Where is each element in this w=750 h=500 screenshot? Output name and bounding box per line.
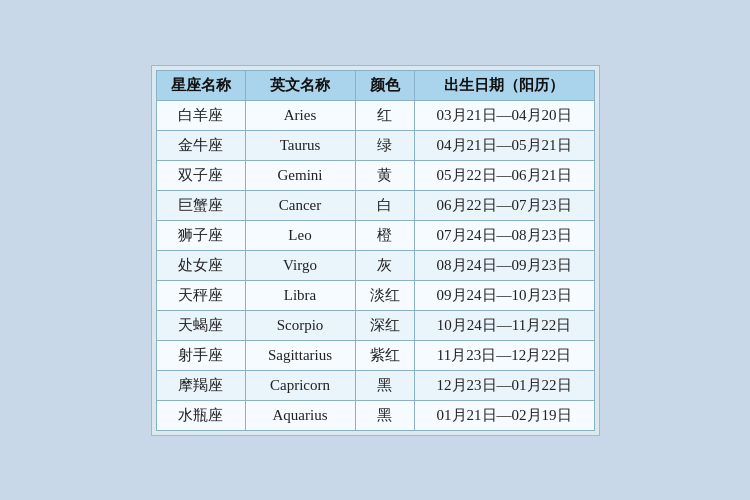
cell-zh: 双子座 — [156, 160, 245, 190]
header-zh: 星座名称 — [156, 70, 245, 100]
cell-color: 黑 — [355, 400, 414, 430]
cell-en: Scorpio — [245, 310, 355, 340]
table-row: 摩羯座Capricorn黑12月23日—01月22日 — [156, 370, 594, 400]
header-date: 出生日期（阳历） — [414, 70, 594, 100]
cell-zh: 金牛座 — [156, 130, 245, 160]
zodiac-table: 星座名称 英文名称 颜色 出生日期（阳历） 白羊座Aries红03月21日—04… — [156, 70, 595, 431]
cell-date: 04月21日—05月21日 — [414, 130, 594, 160]
cell-zh: 天秤座 — [156, 280, 245, 310]
cell-zh: 巨蟹座 — [156, 190, 245, 220]
cell-en: Gemini — [245, 160, 355, 190]
cell-zh: 水瓶座 — [156, 400, 245, 430]
table-row: 射手座Sagittarius紫红11月23日—12月22日 — [156, 340, 594, 370]
cell-color: 黑 — [355, 370, 414, 400]
cell-color: 橙 — [355, 220, 414, 250]
cell-date: 01月21日—02月19日 — [414, 400, 594, 430]
cell-zh: 天蝎座 — [156, 310, 245, 340]
cell-color: 红 — [355, 100, 414, 130]
table-row: 白羊座Aries红03月21日—04月20日 — [156, 100, 594, 130]
cell-zh: 狮子座 — [156, 220, 245, 250]
cell-en: Aries — [245, 100, 355, 130]
cell-en: Sagittarius — [245, 340, 355, 370]
cell-en: Leo — [245, 220, 355, 250]
cell-date: 12月23日—01月22日 — [414, 370, 594, 400]
table-row: 天蝎座Scorpio深红10月24日—11月22日 — [156, 310, 594, 340]
cell-zh: 射手座 — [156, 340, 245, 370]
table-row: 巨蟹座Cancer白06月22日—07月23日 — [156, 190, 594, 220]
cell-zh: 摩羯座 — [156, 370, 245, 400]
cell-en: Cancer — [245, 190, 355, 220]
cell-date: 08月24日—09月23日 — [414, 250, 594, 280]
cell-color: 白 — [355, 190, 414, 220]
table-row: 水瓶座Aquarius黑01月21日—02月19日 — [156, 400, 594, 430]
cell-date: 07月24日—08月23日 — [414, 220, 594, 250]
cell-en: Capricorn — [245, 370, 355, 400]
cell-date: 03月21日—04月20日 — [414, 100, 594, 130]
cell-date: 05月22日—06月21日 — [414, 160, 594, 190]
cell-date: 09月24日—10月23日 — [414, 280, 594, 310]
header-color: 颜色 — [355, 70, 414, 100]
cell-date: 10月24日—11月22日 — [414, 310, 594, 340]
table-row: 天秤座Libra淡红09月24日—10月23日 — [156, 280, 594, 310]
zodiac-table-container: 星座名称 英文名称 颜色 出生日期（阳历） 白羊座Aries红03月21日—04… — [151, 65, 600, 436]
cell-color: 黄 — [355, 160, 414, 190]
cell-zh: 白羊座 — [156, 100, 245, 130]
cell-en: Libra — [245, 280, 355, 310]
cell-en: Aquarius — [245, 400, 355, 430]
cell-color: 淡红 — [355, 280, 414, 310]
header-en: 英文名称 — [245, 70, 355, 100]
table-row: 双子座Gemini黄05月22日—06月21日 — [156, 160, 594, 190]
cell-zh: 处女座 — [156, 250, 245, 280]
table-row: 狮子座Leo橙07月24日—08月23日 — [156, 220, 594, 250]
cell-en: Virgo — [245, 250, 355, 280]
cell-color: 紫红 — [355, 340, 414, 370]
cell-date: 11月23日—12月22日 — [414, 340, 594, 370]
table-header-row: 星座名称 英文名称 颜色 出生日期（阳历） — [156, 70, 594, 100]
table-row: 处女座Virgo灰08月24日—09月23日 — [156, 250, 594, 280]
cell-color: 深红 — [355, 310, 414, 340]
cell-en: Taurus — [245, 130, 355, 160]
cell-color: 绿 — [355, 130, 414, 160]
cell-date: 06月22日—07月23日 — [414, 190, 594, 220]
table-row: 金牛座Taurus绿04月21日—05月21日 — [156, 130, 594, 160]
cell-color: 灰 — [355, 250, 414, 280]
